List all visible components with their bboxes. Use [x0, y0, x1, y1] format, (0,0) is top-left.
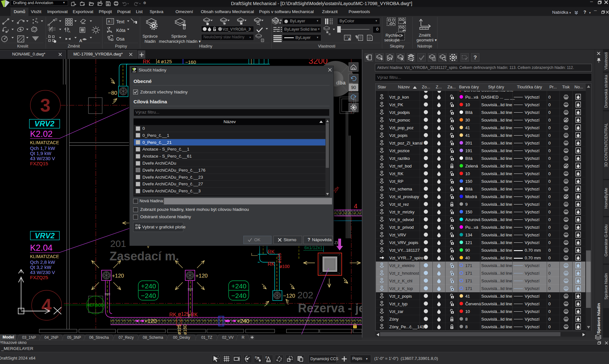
svg-text:3: 3: [40, 95, 50, 115]
svg-text:4: 4: [354, 203, 357, 210]
svg-text:KLIMATIZACE: KLIMATIZACE: [30, 254, 59, 259]
svg-text:A: A: [108, 20, 110, 23]
svg-text:+240: +240: [237, 318, 249, 324]
svg-text:43 W/230 V: 43 W/230 V: [30, 156, 55, 161]
svg-text:−240: −240: [231, 292, 246, 299]
svg-text:Qt 3,2 kW: Qt 3,2 kW: [30, 264, 52, 270]
svg-text:+240: +240: [231, 282, 246, 290]
svg-text:Qt 1,9 kW: Qt 1,9 kW: [30, 151, 52, 156]
svg-text:ø125: ø125: [161, 59, 172, 64]
svg-text:−120: −120: [283, 293, 295, 299]
svg-text:RK: RK: [268, 261, 275, 267]
svg-text:Rezerva - je: Rezerva - je: [298, 301, 362, 315]
svg-text:+120: +120: [144, 318, 156, 324]
svg-text:ø125: ø125: [277, 253, 282, 263]
svg-text:+120: +120: [195, 273, 208, 279]
svg-text:FXZQ15: FXZQ15: [30, 161, 48, 166]
svg-text:202: 202: [297, 290, 313, 300]
svg-text:A: A: [68, 30, 70, 33]
svg-text:VRV2: VRV2: [34, 119, 55, 128]
svg-text:ø125: ø125: [177, 324, 182, 334]
svg-text:dba: dba: [336, 80, 346, 86]
svg-text:RK: RK: [143, 59, 150, 65]
svg-text:43 W/230 V: 43 W/230 V: [30, 270, 55, 275]
svg-text:90: 90: [351, 85, 356, 90]
svg-text:201: 201: [110, 238, 126, 249]
svg-text:4: 4: [157, 59, 160, 64]
svg-text:Text: Text: [116, 19, 125, 24]
svg-text:Qch 1,7 kW: Qch 1,7 kW: [30, 145, 55, 151]
svg-text:Kóta: Kóta: [116, 28, 126, 33]
svg-text:ø125: ø125: [178, 311, 190, 317]
svg-text:VRV2: VRV2: [35, 231, 55, 240]
svg-text:ø160: ø160: [182, 324, 187, 334]
svg-text:A: A: [79, 38, 82, 43]
svg-text:Qch 2,8 kW: Qch 2,8 kW: [30, 259, 55, 265]
svg-text:FXZQ25: FXZQ25: [30, 275, 48, 280]
svg-text:E: E: [265, 355, 268, 359]
svg-text:RK: RK: [191, 312, 198, 317]
svg-text:−160: −160: [185, 59, 196, 65]
svg-text:REF.BOD: REF.BOD: [87, 303, 104, 308]
svg-text:ø100: ø100: [279, 264, 290, 269]
svg-text:RK: RK: [268, 249, 275, 255]
svg-text:2024: 2024: [132, 71, 136, 73]
svg-text:K2.04: K2.04: [30, 243, 53, 253]
svg-text:?: ?: [474, 55, 477, 61]
svg-text:−240: −240: [141, 292, 156, 299]
svg-text:+120: +120: [112, 273, 124, 279]
svg-text:−80: −80: [108, 90, 117, 96]
svg-text:K2.02: K2.02: [30, 129, 53, 139]
svg-text:KLIMATIZACE: KLIMATIZACE: [30, 140, 59, 145]
svg-text:+240: +240: [141, 282, 156, 290]
svg-text:RK: RK: [169, 312, 177, 317]
svg-text:ZI: ZI: [334, 240, 338, 245]
svg-text:Zasedací m.: Zasedací m.: [110, 249, 179, 263]
